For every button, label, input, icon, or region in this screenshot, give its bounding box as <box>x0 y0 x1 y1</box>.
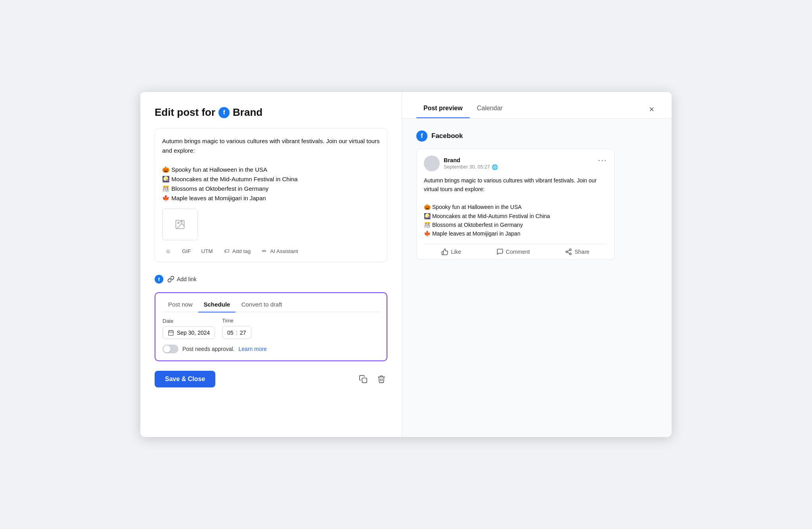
link-icon <box>167 276 174 283</box>
svg-line-13 <box>568 250 570 251</box>
fb-post-actions: Like Comment <box>424 244 607 259</box>
schedule-tab-row: Post now Schedule Convert to draft <box>163 299 379 312</box>
learn-more-link[interactable]: Learn more <box>239 346 267 352</box>
facebook-post-preview: Brand September 30, 05:27 🌐 ··· Autumn b… <box>416 149 615 260</box>
time-label: Time <box>222 318 251 324</box>
like-icon <box>441 248 448 255</box>
close-button[interactable]: × <box>646 104 657 115</box>
comment-button[interactable]: Comment <box>496 248 530 255</box>
share-icon <box>565 248 572 255</box>
time-input[interactable]: 05 : 27 <box>222 326 251 339</box>
time-field-group: Time 05 : 27 <box>222 318 251 339</box>
like-label: Like <box>451 249 461 255</box>
svg-point-1 <box>178 222 179 224</box>
svg-rect-4 <box>169 331 173 335</box>
utm-label: UTM <box>201 248 213 254</box>
approval-text: Post needs approval. <box>182 346 235 352</box>
share-button[interactable]: Share <box>565 248 589 255</box>
left-panel: Edit post for f Brand Autumn brings magi… <box>140 92 402 437</box>
date-field-group: Date Sep 30, 2024 <box>163 318 215 339</box>
date-input[interactable]: Sep 30, 2024 <box>163 326 215 339</box>
add-tag-label: Add tag <box>232 248 251 254</box>
gif-label: GIF <box>182 248 191 254</box>
right-body: f Facebook Brand September 30, 05:27 🌐 <box>402 119 672 437</box>
save-close-button[interactable]: Save & Close <box>155 371 215 387</box>
right-header: Post preview Calendar × <box>402 92 672 119</box>
fb-post-text: Autumn brings magic to various cultures … <box>424 176 607 238</box>
fb-post-meta: Brand September 30, 05:27 🌐 <box>424 155 498 171</box>
add-tag-button[interactable]: 🏷 Add tag <box>221 246 253 256</box>
title-brand: Brand <box>233 106 262 119</box>
platform-name: Facebook <box>431 132 463 140</box>
media-upload-placeholder[interactable] <box>162 209 198 240</box>
toggle-knob <box>163 345 170 353</box>
tab-post-preview[interactable]: Post preview <box>416 101 470 118</box>
delete-icon <box>377 375 386 383</box>
toolbar-row: ☺ GIF UTM 🏷 Add tag ✏ AI Assistant <box>162 246 380 256</box>
tab-schedule[interactable]: Schedule <box>198 299 236 312</box>
duplicate-button[interactable] <box>357 373 369 385</box>
page-title: Edit post for f Brand <box>155 106 387 119</box>
calendar-icon <box>168 330 174 336</box>
right-tabs: Post preview Calendar <box>416 101 510 118</box>
facebook-icon-link: f <box>155 275 163 284</box>
tab-post-now[interactable]: Post now <box>163 299 198 312</box>
schedule-box: Post now Schedule Convert to draft Date <box>155 292 387 361</box>
ai-icon: ✏ <box>261 247 268 255</box>
date-time-row: Date Sep 30, 2024 Time 05 <box>163 318 379 339</box>
gif-button[interactable]: GIF <box>180 247 193 256</box>
date-value: Sep 30, 2024 <box>177 330 210 336</box>
approval-toggle[interactable] <box>163 345 178 353</box>
right-panel: Post preview Calendar × f Facebook <box>402 92 672 437</box>
share-label: Share <box>575 249 589 255</box>
post-text-editor[interactable]: Autumn brings magic to various cultures … <box>162 136 380 203</box>
time-hour: 05 <box>227 330 234 336</box>
action-icons <box>357 373 387 385</box>
edit-post-modal: Edit post for f Brand Autumn brings magi… <box>140 92 672 437</box>
duplicate-icon <box>359 375 368 383</box>
svg-rect-8 <box>362 378 367 383</box>
fb-post-time: September 30, 05:27 🌐 <box>444 164 498 170</box>
like-button[interactable]: Like <box>441 248 461 255</box>
approval-row: Post needs approval. Learn more <box>163 345 379 353</box>
avatar <box>424 155 440 171</box>
add-link-button[interactable]: Add link <box>167 276 197 283</box>
time-separator: : <box>236 329 237 336</box>
post-options-button[interactable]: ··· <box>598 155 607 165</box>
add-link-label: Add link <box>177 276 197 282</box>
ai-assistant-label: AI Assistant <box>270 248 298 254</box>
post-editor-box: Autumn brings magic to various cultures … <box>155 128 387 262</box>
time-minute: 27 <box>240 330 246 336</box>
action-row: Save & Close <box>155 371 387 387</box>
add-link-row: f Add link <box>155 270 387 288</box>
emoji-icon: ☺ <box>165 247 172 255</box>
tab-convert-to-draft[interactable]: Convert to draft <box>236 299 287 312</box>
svg-line-12 <box>568 252 570 253</box>
fb-brand-name: Brand <box>444 157 498 163</box>
date-label: Date <box>163 318 215 324</box>
utm-button[interactable]: UTM <box>199 247 215 256</box>
fb-post-header: Brand September 30, 05:27 🌐 ··· <box>424 155 607 171</box>
tab-calendar[interactable]: Calendar <box>470 101 510 118</box>
ai-assistant-button[interactable]: ✏ AI Assistant <box>259 246 301 256</box>
facebook-icon-title: f <box>218 107 230 118</box>
comment-label: Comment <box>506 249 530 255</box>
comment-icon <box>496 248 504 255</box>
delete-button[interactable] <box>375 373 387 385</box>
tag-icon: 🏷 <box>223 247 230 255</box>
fb-post-info: Brand September 30, 05:27 🌐 <box>444 157 498 170</box>
emoji-button[interactable]: ☺ <box>162 246 174 256</box>
facebook-icon-preview: f <box>416 130 427 142</box>
title-prefix: Edit post for <box>155 106 215 119</box>
platform-label: f Facebook <box>416 130 657 142</box>
globe-icon: 🌐 <box>492 164 498 170</box>
